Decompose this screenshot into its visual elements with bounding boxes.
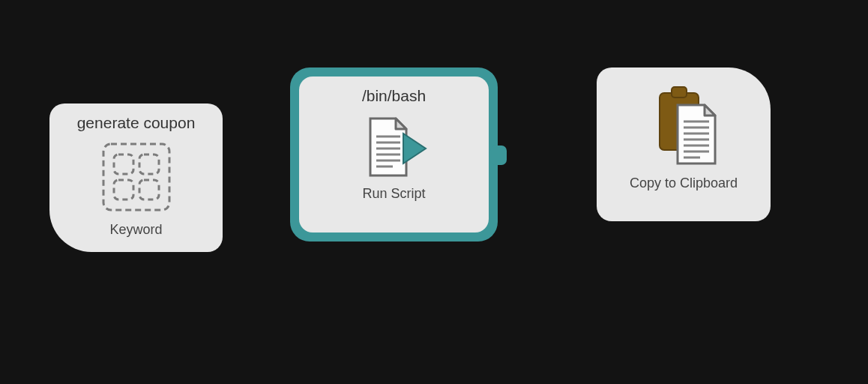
workflow-node-keyword[interactable]: generate coupon Keyword [49,104,223,252]
node-title: /bin/bash [299,87,489,105]
clipboard-document-icon [597,80,771,170]
node-title: generate coupon [49,114,223,132]
node-type-label: Run Script [299,186,489,202]
svg-marker-11 [403,134,426,164]
keyword-grid-icon [49,140,223,214]
workflow-node-clipboard[interactable]: Copy to Clipboard [597,68,771,221]
script-document-play-icon [299,116,489,180]
node-type-label: Keyword [49,222,223,238]
workflow-canvas[interactable]: generate coupon Keyword /bin/bash [0,0,868,384]
node-type-label: Copy to Clipboard [597,176,771,191]
svg-rect-3 [114,180,133,200]
svg-rect-1 [114,154,133,174]
svg-rect-2 [139,154,159,174]
svg-rect-4 [139,180,159,200]
workflow-node-runscript[interactable]: /bin/bash Run Script [290,68,498,242]
svg-rect-13 [672,87,687,98]
node-output-connector[interactable] [490,146,507,165]
svg-rect-0 [103,144,169,210]
